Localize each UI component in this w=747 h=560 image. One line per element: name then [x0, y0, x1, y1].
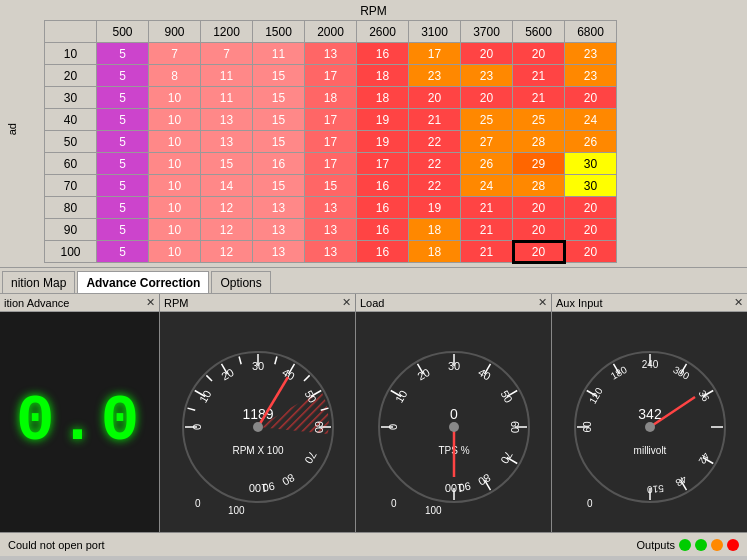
- table-cell[interactable]: 16: [357, 43, 409, 65]
- table-cell[interactable]: 15: [305, 175, 357, 197]
- table-cell[interactable]: 14: [201, 175, 253, 197]
- table-cell[interactable]: 30: [565, 175, 617, 197]
- table-cell[interactable]: 13: [253, 241, 305, 263]
- table-cell[interactable]: 5: [97, 175, 149, 197]
- table-cell[interactable]: 10: [149, 175, 201, 197]
- table-cell[interactable]: 17: [305, 109, 357, 131]
- table-cell[interactable]: 18: [357, 65, 409, 87]
- table-cell[interactable]: 11: [253, 43, 305, 65]
- table-cell[interactable]: 24: [565, 109, 617, 131]
- table-cell[interactable]: 23: [461, 65, 513, 87]
- table-cell[interactable]: 10: [149, 219, 201, 241]
- table-cell[interactable]: 25: [461, 109, 513, 131]
- table-cell[interactable]: 7: [201, 43, 253, 65]
- table-cell[interactable]: 24: [461, 175, 513, 197]
- table-cell[interactable]: 5: [97, 87, 149, 109]
- table-cell[interactable]: 15: [253, 175, 305, 197]
- table-cell[interactable]: 10: [149, 131, 201, 153]
- table-cell[interactable]: 18: [305, 87, 357, 109]
- table-cell[interactable]: 20: [565, 241, 617, 263]
- table-cell[interactable]: 20: [461, 87, 513, 109]
- table-cell[interactable]: 21: [409, 109, 461, 131]
- table-cell[interactable]: 5: [97, 197, 149, 219]
- table-cell[interactable]: 18: [357, 87, 409, 109]
- table-cell[interactable]: 10: [149, 109, 201, 131]
- table-cell[interactable]: 20: [409, 87, 461, 109]
- table-cell[interactable]: 26: [565, 131, 617, 153]
- table-cell[interactable]: 20: [565, 219, 617, 241]
- table-cell[interactable]: 21: [461, 197, 513, 219]
- table-cell[interactable]: 5: [97, 219, 149, 241]
- tab-options[interactable]: Options: [211, 271, 270, 293]
- table-cell[interactable]: 10: [149, 197, 201, 219]
- table-cell[interactable]: 15: [253, 65, 305, 87]
- table-cell[interactable]: 22: [409, 131, 461, 153]
- table-cell[interactable]: 20: [513, 219, 565, 241]
- table-cell[interactable]: 27: [461, 131, 513, 153]
- table-cell[interactable]: 29: [513, 153, 565, 175]
- table-cell[interactable]: 5: [97, 109, 149, 131]
- table-cell[interactable]: 23: [565, 43, 617, 65]
- table-cell[interactable]: 20: [513, 43, 565, 65]
- table-cell[interactable]: 18: [409, 219, 461, 241]
- tab-advance-correction[interactable]: Advance Correction: [77, 271, 209, 293]
- table-cell[interactable]: 17: [305, 153, 357, 175]
- table-cell[interactable]: 5: [97, 153, 149, 175]
- table-cell[interactable]: 20: [565, 87, 617, 109]
- rpm-close[interactable]: ✕: [342, 296, 351, 309]
- table-cell[interactable]: 5: [97, 65, 149, 87]
- aux-close[interactable]: ✕: [734, 296, 743, 309]
- table-cell[interactable]: 21: [513, 65, 565, 87]
- table-cell[interactable]: 5: [97, 131, 149, 153]
- table-cell[interactable]: 5: [97, 241, 149, 263]
- tab-ignition-map[interactable]: nition Map: [2, 271, 75, 293]
- table-cell[interactable]: 10: [149, 153, 201, 175]
- table-cell[interactable]: 12: [201, 197, 253, 219]
- table-cell[interactable]: 16: [357, 219, 409, 241]
- table-cell[interactable]: 22: [409, 175, 461, 197]
- table-cell[interactable]: 28: [513, 175, 565, 197]
- table-cell[interactable]: 15: [201, 153, 253, 175]
- table-cell[interactable]: 20: [513, 241, 565, 263]
- table-cell[interactable]: 20: [565, 197, 617, 219]
- table-cell[interactable]: 10: [149, 87, 201, 109]
- table-cell[interactable]: 5: [97, 43, 149, 65]
- table-cell[interactable]: 30: [565, 153, 617, 175]
- table-cell[interactable]: 13: [305, 43, 357, 65]
- table-cell[interactable]: 16: [253, 153, 305, 175]
- table-cell[interactable]: 15: [253, 87, 305, 109]
- table-cell[interactable]: 13: [305, 241, 357, 263]
- table-cell[interactable]: 13: [305, 219, 357, 241]
- table-cell[interactable]: 19: [357, 131, 409, 153]
- table-cell[interactable]: 16: [357, 197, 409, 219]
- table-cell[interactable]: 21: [461, 241, 513, 263]
- table-cell[interactable]: 17: [305, 131, 357, 153]
- table-cell[interactable]: 13: [201, 109, 253, 131]
- table-cell[interactable]: 13: [305, 197, 357, 219]
- table-cell[interactable]: 16: [357, 175, 409, 197]
- table-cell[interactable]: 21: [513, 87, 565, 109]
- table-cell[interactable]: 13: [253, 197, 305, 219]
- table-cell[interactable]: 17: [409, 43, 461, 65]
- table-cell[interactable]: 19: [357, 109, 409, 131]
- load-close[interactable]: ✕: [538, 296, 547, 309]
- table-cell[interactable]: 22: [409, 153, 461, 175]
- table-cell[interactable]: 20: [513, 197, 565, 219]
- table-cell[interactable]: 18: [409, 241, 461, 263]
- table-cell[interactable]: 8: [149, 65, 201, 87]
- table-cell[interactable]: 23: [565, 65, 617, 87]
- table-cell[interactable]: 17: [357, 153, 409, 175]
- ignition-advance-close[interactable]: ✕: [146, 296, 155, 309]
- table-cell[interactable]: 10: [149, 241, 201, 263]
- table-cell[interactable]: 15: [253, 109, 305, 131]
- table-cell[interactable]: 19: [409, 197, 461, 219]
- table-cell[interactable]: 21: [461, 219, 513, 241]
- table-cell[interactable]: 16: [357, 241, 409, 263]
- table-cell[interactable]: 7: [149, 43, 201, 65]
- table-cell[interactable]: 26: [461, 153, 513, 175]
- table-cell[interactable]: 13: [253, 219, 305, 241]
- table-cell[interactable]: 12: [201, 241, 253, 263]
- table-cell[interactable]: 25: [513, 109, 565, 131]
- table-cell[interactable]: 15: [253, 131, 305, 153]
- table-cell[interactable]: 11: [201, 87, 253, 109]
